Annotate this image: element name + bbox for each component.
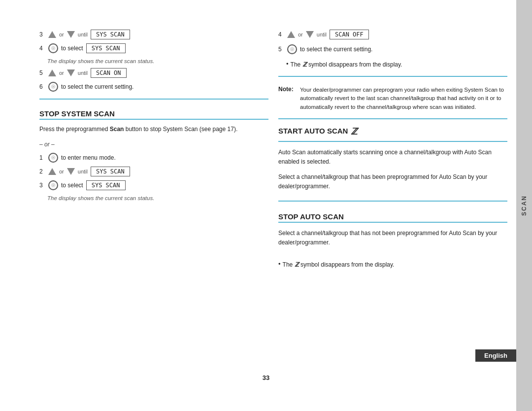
page-number: 33 (263, 374, 269, 381)
left-row-6: 6 ☉ to select the current setting. (39, 82, 268, 92)
up-arrow-icon-2 (48, 69, 56, 76)
stop-row-2: 2 or until SYS SCAN (39, 167, 268, 176)
step-6-text: to select the current setting. (61, 83, 133, 90)
step-4-num: 4 (39, 45, 45, 52)
screen-sys-scan-2: SYS SCAN (86, 43, 126, 53)
down-arrow-icon-4 (306, 31, 314, 38)
stop-row-3: 3 ☉ to select SYS SCAN (39, 180, 268, 190)
left-row-4: 4 ☉ to select SYS SCAN (39, 43, 268, 53)
side-tab: SCAN (516, 0, 532, 411)
circle-btn-5: ☉ (287, 44, 297, 54)
divider-1 (39, 99, 268, 100)
display-note-1: The display shows the current scan statu… (47, 58, 268, 64)
display-note-2: The display shows the current scan statu… (47, 195, 268, 201)
right-row-4: 4 or until SCAN OFF (278, 30, 507, 39)
or-separator: – or – (39, 141, 268, 148)
circle-btn-2: ☉ (48, 82, 58, 92)
down-arrow-icon-1 (67, 31, 75, 38)
until-text-2: until (78, 70, 88, 76)
up-arrow-icon-3 (48, 168, 56, 175)
main-content: 3 or until SYS SCAN 4 ☉ to select SYS SC… (39, 30, 507, 352)
down-arrow-icon-3 (67, 168, 75, 175)
stop-system-scan-heading: Stop System Scan (39, 109, 268, 120)
circle-btn-1: ☉ (48, 43, 58, 53)
until-text-1: until (78, 32, 88, 37)
stop-auto-scan-bullet: • The ℤ symbol disappears from the displ… (278, 260, 507, 269)
stop-system-scan-body: Press the preprogrammed Scan button to s… (39, 125, 268, 134)
right-bullet-1: • The ℤ symbol disappears from the displ… (286, 60, 507, 69)
page: SCAN English 33 3 or until SYS SCAN 4 ☉ (0, 0, 532, 411)
step-6-num: 6 (39, 83, 45, 90)
or-text-1: or (59, 32, 64, 37)
down-arrow-icon-2 (67, 69, 75, 76)
circle-btn-4: ☉ (48, 180, 58, 190)
note-box: Note: Your dealer/programmer can preprog… (278, 86, 507, 111)
start-auto-scan-body: Auto Scan automatically starts scanning … (278, 148, 507, 167)
left-row-5: 5 or until SCAN ON (39, 68, 268, 78)
start-auto-scan-heading: Start Auto Scan (278, 127, 348, 136)
side-tab-label: SCAN (521, 195, 528, 216)
divider-2 (278, 76, 507, 77)
z-icon-heading: ℤ (351, 126, 357, 137)
stop-auto-scan-body: Select a channel/talkgroup that has not … (278, 229, 507, 247)
or-text-2: or (59, 70, 64, 76)
step-3-num: 3 (39, 31, 45, 38)
stop-row-1: 1 ☉ to enter menu mode. (39, 153, 268, 163)
step-5-num: 5 (39, 69, 45, 76)
left-row-3: 3 or until SYS SCAN (39, 30, 268, 39)
start-auto-scan-body2: Select a channel/talkgroup that has been… (278, 172, 507, 191)
up-arrow-icon-1 (48, 31, 56, 38)
start-auto-scan-heading-row: Start Auto Scan ℤ (278, 126, 507, 137)
stop-auto-scan-heading: Stop Auto Scan (278, 212, 507, 223)
screen-scan-on: SCAN ON (91, 68, 127, 78)
divider-4 (278, 201, 507, 202)
right-row-5: 5 ☉ to select the current setting. (278, 44, 507, 54)
divider-3 (278, 118, 507, 119)
right-column: 4 or until SCAN OFF 5 ☉ to select the cu… (278, 30, 507, 352)
up-arrow-icon-4 (287, 31, 295, 38)
left-column: 3 or until SYS SCAN 4 ☉ to select SYS SC… (39, 30, 268, 352)
screen-sys-scan-1: SYS SCAN (91, 30, 130, 39)
step-4-text: to select (61, 45, 83, 52)
circle-btn-3: ☉ (48, 153, 58, 163)
